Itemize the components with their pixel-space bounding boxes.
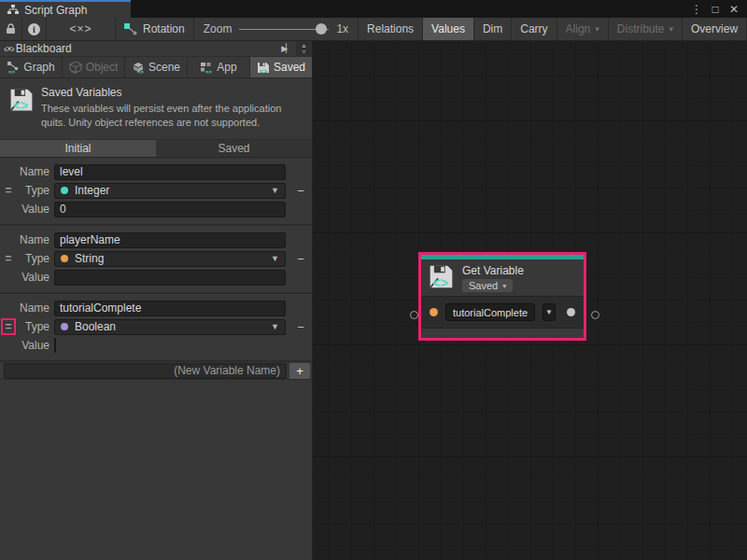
saved-variables-info: <> Saved Variables These variables will … xyxy=(0,78,312,139)
graph-toolbar: i <×> Rotation Zoom 1x Relations xyxy=(0,18,747,41)
scroll-up-icon[interactable]: ▲ xyxy=(301,42,307,49)
node-title: Get Variable xyxy=(462,264,524,277)
chevron-down-icon: ▾ xyxy=(669,24,674,34)
type-color-dot xyxy=(61,255,68,262)
tab-title: Script Graph xyxy=(24,4,87,17)
blackboard-panel: ‹×› Blackboard ▶▏ ▲ ▼ <> Graph xyxy=(0,41,313,560)
object-tab-icon: <> xyxy=(69,62,82,74)
lock-button[interactable] xyxy=(0,18,22,40)
initial-saved-tabs: Initial Saved xyxy=(0,139,312,158)
type-color-dot xyxy=(61,187,68,194)
scene-tab-icon: <> xyxy=(132,62,145,74)
lock-icon xyxy=(6,23,16,35)
script-graph-window: Script Graph ⋮ □ ✕ i <×> xyxy=(0,0,747,560)
variable-value-checkbox[interactable] xyxy=(54,338,56,353)
close-icon[interactable]: ✕ xyxy=(726,3,741,16)
add-variable-button[interactable]: + xyxy=(289,363,310,379)
saved-tab-icon: <> xyxy=(257,62,270,74)
get-variable-node[interactable]: <> Get Variable Saved ▾ tutorialComplete… xyxy=(418,252,586,341)
script-graph-icon xyxy=(7,5,19,15)
left-connection-ring[interactable] xyxy=(410,311,418,319)
node-port-row: tutorialComplete ▼ xyxy=(421,296,584,328)
zoom-slider[interactable] xyxy=(239,29,329,30)
zoom-value: 1x xyxy=(336,22,348,35)
tab-graph[interactable]: <> Graph xyxy=(0,57,63,77)
values-button[interactable]: Values xyxy=(422,18,473,40)
variable-name-dropdown[interactable]: tutorialComplete xyxy=(445,303,535,321)
new-variable-input[interactable] xyxy=(4,363,287,379)
drag-handle[interactable]: = xyxy=(5,320,11,333)
zoom-control: Zoom 1x xyxy=(194,18,358,40)
value-label: Value xyxy=(17,271,54,284)
svg-text:<>: <> xyxy=(432,275,448,289)
variable-kind-dropdown[interactable]: Saved ▾ xyxy=(462,279,513,292)
node-footer xyxy=(421,328,584,338)
variable-type-dropdown[interactable]: Boolean ▼ xyxy=(54,319,286,335)
drag-handle[interactable]: = xyxy=(5,252,11,265)
output-port[interactable] xyxy=(567,308,575,316)
overview-button[interactable]: Overview xyxy=(682,18,746,40)
title-bar: Script Graph ⋮ □ ✕ xyxy=(0,0,747,18)
tab-script-graph[interactable]: Script Graph xyxy=(0,0,131,18)
titlebar-spacer xyxy=(131,0,684,18)
variable-scope-tabs: <> Graph <> Object <> xyxy=(0,57,312,78)
name-label: Name xyxy=(17,233,54,246)
relations-button[interactable]: Relations xyxy=(358,18,422,40)
graph-canvas[interactable]: <> Get Variable Saved ▾ tutorialComplete… xyxy=(313,41,747,560)
blackboard-header: ‹×› Blackboard ▶▏ ▲ ▼ xyxy=(0,41,312,57)
chevron-down-icon: ▾ xyxy=(502,282,506,290)
carry-button[interactable]: Carry xyxy=(511,18,556,40)
dim-button[interactable]: Dim xyxy=(473,18,511,40)
svg-text:<>: <> xyxy=(205,68,213,74)
drag-handle[interactable]: = xyxy=(5,184,11,197)
subtab-saved[interactable]: Saved xyxy=(156,140,312,157)
zoom-slider-handle[interactable] xyxy=(316,23,327,35)
remove-variable-button[interactable]: − xyxy=(297,184,304,198)
variable-row: Name = Type String ▼ xyxy=(0,226,312,294)
variable-value-input[interactable] xyxy=(54,270,286,286)
app-tab-icon: <> xyxy=(200,62,213,74)
dock-icon[interactable]: ▶▏ xyxy=(275,44,296,53)
chevron-down-icon: ▼ xyxy=(271,186,279,195)
variable-name-input[interactable] xyxy=(54,164,286,180)
code-view-button[interactable]: <×> xyxy=(47,18,116,40)
type-label: Type xyxy=(17,252,54,265)
variable-row: Name = Type Integer ▼ xyxy=(0,158,312,226)
value-label: Value xyxy=(17,203,54,216)
info-button[interactable]: i xyxy=(22,18,47,40)
node-header: <> Get Variable Saved ▾ xyxy=(421,259,584,296)
input-port[interactable] xyxy=(430,308,438,316)
info-description: These variables will persist even after … xyxy=(41,102,304,130)
variable-name-input[interactable] xyxy=(54,232,286,248)
variable-dropdown-arrow-button[interactable]: ▼ xyxy=(543,303,556,321)
subtab-initial[interactable]: Initial xyxy=(0,140,156,157)
remove-variable-button[interactable]: − xyxy=(297,320,304,334)
svg-text:<>: <> xyxy=(260,67,267,73)
variable-row: Name = Type Boolean ▼ xyxy=(0,294,312,362)
right-connection-ring[interactable] xyxy=(591,311,599,319)
scroll-down-icon[interactable]: ▼ xyxy=(301,49,307,55)
highlight-box: = xyxy=(1,318,15,335)
type-label: Type xyxy=(17,184,54,197)
tab-scene[interactable]: <> Scene xyxy=(125,57,188,77)
saved-variables-icon: <> xyxy=(9,86,34,114)
value-label: Value xyxy=(17,339,54,352)
type-label: Type xyxy=(17,320,54,333)
tab-app[interactable]: <> App xyxy=(188,57,250,77)
new-variable-row: + xyxy=(0,362,312,380)
blackboard-icon: ‹×› xyxy=(4,43,14,54)
maximize-icon[interactable]: □ xyxy=(708,3,723,16)
variable-type-dropdown[interactable]: String ▼ xyxy=(54,251,286,267)
tab-saved[interactable]: <> Saved xyxy=(250,57,312,77)
window-menu-icon[interactable]: ⋮ xyxy=(689,3,704,16)
variable-name-input[interactable] xyxy=(54,301,286,316)
graph-tab-icon: <> xyxy=(7,62,20,74)
rotation-icon xyxy=(124,23,137,35)
chevron-down-icon: ▼ xyxy=(271,322,279,331)
variable-value-input[interactable] xyxy=(54,202,286,217)
rotation-button[interactable]: Rotation xyxy=(116,18,194,40)
panel-scrollbar[interactable]: ▲ ▼ xyxy=(296,41,312,57)
saved-variables-icon: <> xyxy=(429,264,454,289)
remove-variable-button[interactable]: − xyxy=(297,252,304,266)
variable-type-dropdown[interactable]: Integer ▼ xyxy=(54,183,286,199)
